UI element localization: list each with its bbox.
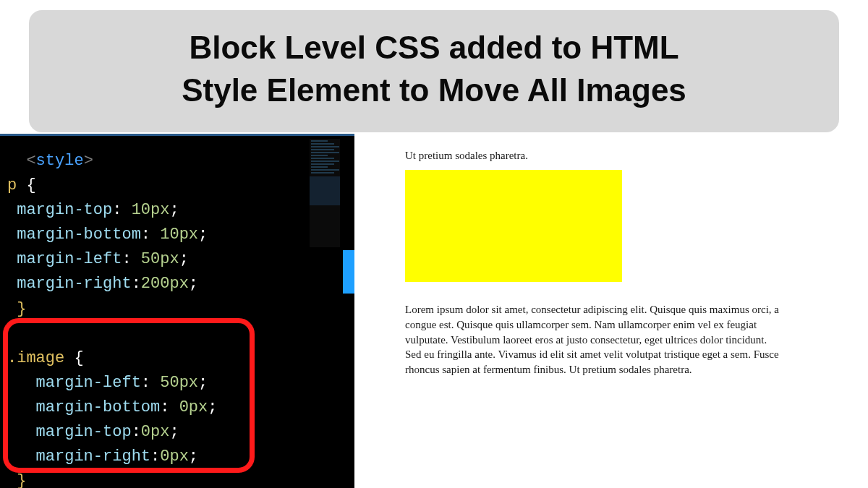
- angle-close: >: [84, 152, 93, 170]
- title-banner: Block Level CSS added to HTML Style Elem…: [29, 10, 839, 132]
- val: 0px: [179, 398, 208, 416]
- code-line: margin-bottom: 10px;: [7, 223, 354, 247]
- semi: ;: [198, 374, 208, 392]
- prop: margin-right: [36, 448, 150, 466]
- code-line: }: [7, 297, 354, 322]
- panels: <style> p { margin-top: 10px; margin-bot…: [0, 134, 868, 488]
- val: 0px: [160, 448, 189, 466]
- colon: :: [122, 250, 140, 268]
- editor-minimap: [310, 139, 340, 247]
- colon: :: [150, 448, 160, 466]
- code-line: .image {: [7, 346, 354, 371]
- val: 50px: [141, 250, 179, 268]
- semi: ;: [208, 398, 217, 416]
- brace: }: [17, 472, 26, 488]
- semi: ;: [189, 275, 198, 293]
- title-line-2: Style Element to Move All Images: [51, 69, 817, 111]
- code-blank: [7, 322, 354, 346]
- code-line: margin-left: 50px;: [7, 371, 354, 395]
- val: 10px: [132, 201, 170, 219]
- angle-open: <: [26, 152, 35, 170]
- browser-preview: Ut pretium sodales pharetra. Lorem ipsum…: [354, 134, 868, 488]
- code-line: margin-top:0px;: [7, 420, 354, 445]
- val: 0px: [141, 423, 170, 441]
- code-line: margin-top: 10px;: [7, 198, 354, 223]
- selector-image: .image: [7, 349, 74, 367]
- colon: :: [141, 226, 160, 244]
- code-line: p {: [7, 174, 354, 198]
- colon: :: [112, 201, 131, 219]
- semi: ;: [169, 423, 179, 441]
- semi: ;: [189, 448, 198, 466]
- prop: margin-top: [36, 423, 132, 441]
- prop: margin-left: [36, 374, 141, 392]
- val: 50px: [160, 374, 198, 392]
- semi: ;: [198, 226, 208, 244]
- preview-fragment-text: Ut pretium sodales pharetra.: [405, 148, 825, 163]
- colon: :: [132, 423, 141, 441]
- code-line: margin-right:0px;: [7, 445, 354, 469]
- scrollbar-thumb[interactable]: [343, 250, 354, 294]
- prop: margin-bottom: [17, 226, 141, 244]
- colon: :: [160, 398, 179, 416]
- prop: margin-left: [17, 250, 122, 268]
- val: 200px: [141, 275, 189, 293]
- brace: {: [74, 349, 83, 367]
- prop: margin-right: [17, 275, 131, 293]
- colon: :: [132, 275, 141, 293]
- semi: ;: [179, 250, 189, 268]
- code-line: }: [7, 469, 354, 488]
- code-editor: <style> p { margin-top: 10px; margin-bot…: [0, 134, 354, 488]
- code-line: margin-right:200px;: [7, 272, 354, 296]
- prop: margin-bottom: [36, 398, 161, 416]
- brace: }: [17, 300, 26, 318]
- tag-style: style: [36, 152, 84, 170]
- semi: ;: [169, 201, 179, 219]
- selector-p: p: [7, 176, 26, 194]
- prop: margin-top: [17, 201, 112, 219]
- code-line: margin-bottom: 0px;: [7, 395, 354, 420]
- code-line: <style>: [7, 149, 354, 174]
- code-line: margin-left: 50px;: [7, 247, 354, 272]
- preview-paragraph: Lorem ipsum dolor sit amet, consectetur …: [405, 302, 781, 377]
- preview-image-placeholder: [405, 170, 622, 282]
- val: 10px: [160, 226, 198, 244]
- brace: {: [26, 176, 35, 194]
- title-line-1: Block Level CSS added to HTML: [51, 26, 817, 69]
- colon: :: [141, 374, 160, 392]
